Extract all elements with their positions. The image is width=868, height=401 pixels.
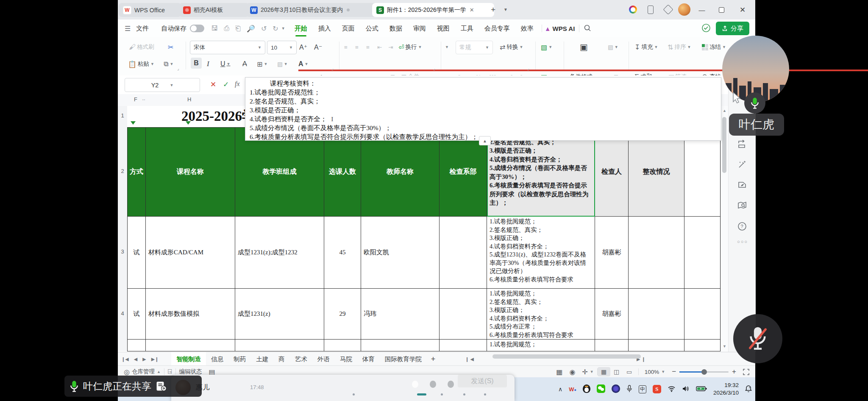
magic-wand-icon[interactable] bbox=[737, 159, 747, 170]
collapse-formula-popup-button[interactable]: ▲ bbox=[479, 136, 491, 145]
sheet-tab[interactable]: 制药 bbox=[228, 352, 251, 366]
cell-empty[interactable] bbox=[684, 217, 721, 289]
cell-way[interactable]: 试 bbox=[128, 289, 146, 340]
macro-record-icon[interactable]: ⍈ bbox=[168, 368, 172, 376]
borders-icon[interactable]: ⊞▼ bbox=[257, 58, 267, 70]
docer-leaf-icon[interactable] bbox=[737, 180, 747, 190]
to-desktop-icon[interactable] bbox=[737, 139, 747, 149]
horizontal-scroll-thumb[interactable] bbox=[492, 354, 641, 359]
export-pdf-icon[interactable]: ⎙ bbox=[224, 25, 229, 32]
confirm-entry-icon[interactable]: ✓ bbox=[223, 80, 229, 89]
cell-dept[interactable] bbox=[440, 217, 487, 289]
cancel-entry-icon[interactable]: ✕ bbox=[210, 80, 216, 89]
row-number-2[interactable]: 2 bbox=[118, 168, 127, 174]
sheet-tab[interactable]: 体育 bbox=[357, 352, 380, 366]
prev-sheet-icon[interactable]: ◀ bbox=[134, 356, 137, 362]
print-icon[interactable]: ⎗ bbox=[235, 25, 241, 32]
share-doc-icon[interactable] bbox=[156, 381, 167, 392]
cell-classes[interactable]: 成型1231(z);成型1232 bbox=[235, 217, 324, 289]
restore-button[interactable] bbox=[712, 0, 731, 19]
cell-empty[interactable] bbox=[684, 289, 721, 340]
map-search-icon[interactable] bbox=[737, 200, 747, 210]
indent-increase-icon[interactable]: ⇥ bbox=[388, 41, 393, 53]
close-window-button[interactable]: ✕ bbox=[733, 0, 752, 19]
cell-notes-next-row[interactable]: 1.试卷批阅规范； bbox=[487, 340, 595, 351]
menu-formula[interactable]: 公式 bbox=[366, 25, 378, 33]
strikethrough-button[interactable]: A bbox=[242, 58, 247, 70]
number-format-select[interactable]: 常规▼ bbox=[456, 41, 493, 54]
table-tools-icon[interactable]: ▦ bbox=[556, 368, 562, 376]
cell-count[interactable]: 29 bbox=[324, 289, 361, 340]
theme-ring-icon[interactable] bbox=[629, 6, 637, 14]
speaker-icon[interactable] bbox=[682, 385, 690, 393]
local-mic-muted-button[interactable] bbox=[733, 314, 782, 363]
hscroll-left-icon[interactable]: ❙ ◀ bbox=[465, 356, 474, 362]
namebox-chevron-icon[interactable]: ▼ bbox=[170, 83, 173, 87]
cell-inspector[interactable]: 胡嘉彬 bbox=[595, 217, 629, 289]
page-dot[interactable] bbox=[430, 381, 436, 388]
overflow-chevron-icon[interactable]: ▼ bbox=[445, 41, 449, 53]
wrap-text-button[interactable]: ⏎换行▼ bbox=[398, 41, 422, 53]
menu-data[interactable]: 数据 bbox=[389, 25, 402, 33]
share-button[interactable]: 分享 bbox=[716, 22, 749, 35]
cell-teacher[interactable]: 欧阳文凯 bbox=[361, 217, 440, 289]
align-top-icon[interactable]: ≡ bbox=[344, 41, 348, 53]
row-number-3[interactable]: 3 bbox=[118, 248, 127, 255]
font-name-select[interactable]: 宋体▼ bbox=[190, 41, 265, 54]
cell-rectify[interactable] bbox=[629, 217, 684, 289]
menu-insert[interactable]: 插入 bbox=[318, 25, 331, 33]
tab-wps-office[interactable]: W WPS Office bbox=[119, 3, 181, 17]
menu-home[interactable]: 开始 bbox=[295, 25, 307, 33]
tab-excel-active[interactable]: S 附件1：2025-2026学年第一学 ✕ bbox=[372, 3, 494, 17]
cell-dept[interactable] bbox=[440, 289, 487, 340]
bold-button[interactable]: B bbox=[191, 58, 202, 69]
first-sheet-icon[interactable]: ❙◀ bbox=[121, 356, 129, 362]
align-dialog-launcher[interactable]: ⌟ bbox=[433, 66, 435, 71]
sheet-tab[interactable]: 马院 bbox=[335, 352, 357, 366]
copy-icon[interactable]: ⧉▼ bbox=[164, 58, 173, 70]
zoom-out-button[interactable]: − bbox=[672, 368, 676, 376]
app-tray-icon[interactable] bbox=[612, 384, 620, 394]
qq-tray-icon[interactable] bbox=[583, 384, 590, 394]
name-box[interactable]: Y2 ▼ bbox=[125, 78, 200, 92]
undo-icon[interactable]: ↺ bbox=[261, 25, 267, 33]
fx-icon[interactable]: fx bbox=[235, 80, 240, 88]
send-button-disabled[interactable]: 发送(S) bbox=[458, 375, 507, 387]
close-tab-icon[interactable]: ✕ bbox=[470, 7, 474, 13]
more-tools-icon[interactable]: ○○○ bbox=[737, 239, 747, 249]
wechat-tray-icon[interactable] bbox=[597, 384, 605, 394]
spreadsheet-table[interactable]: 方式 课程名称 教学班组成 选课人数 教师名称 检查系部 1.试卷批阅是否规范性… bbox=[127, 127, 721, 351]
mic-tray-icon[interactable] bbox=[626, 385, 632, 394]
number-dialog-launcher[interactable]: ⌟ bbox=[527, 66, 529, 71]
sheet-tab[interactable]: 商 bbox=[273, 352, 290, 366]
help-icon[interactable]: ? bbox=[737, 221, 747, 231]
format-painter-button[interactable]: 🖌格式刷 bbox=[129, 41, 154, 53]
font-enlarge-button[interactable]: A⁺ bbox=[299, 41, 307, 53]
cell-notes[interactable]: 1.试卷批阅规范； 2.签名规范、真实； 3.模版正确； 4.试卷归档资料齐全；… bbox=[487, 217, 595, 289]
sheet-tab-active[interactable]: 智能制造 bbox=[171, 352, 206, 366]
hamburger-icon[interactable]: ☰ bbox=[125, 25, 131, 33]
add-sheet-button[interactable]: + bbox=[431, 355, 436, 364]
header-course[interactable]: 课程名称 bbox=[146, 128, 235, 217]
autofilter-icon[interactable] bbox=[186, 121, 191, 125]
menu-page[interactable]: 页面 bbox=[342, 25, 355, 33]
page-dot[interactable] bbox=[448, 381, 454, 388]
menu-file[interactable]: 文件 bbox=[136, 25, 149, 33]
move-tool-icon[interactable]: ✛▼ bbox=[582, 368, 593, 376]
page-layout-view-button[interactable]: ▭ bbox=[623, 367, 636, 376]
row-headers[interactable]: 1 2 3 4 bbox=[118, 106, 128, 351]
normal-view-button[interactable]: ▦ bbox=[598, 367, 610, 376]
font-shrink-button[interactable]: A⁻ bbox=[314, 41, 322, 53]
header-way[interactable]: 方式 bbox=[128, 128, 146, 217]
hidden-icons-chevron[interactable]: ∧ bbox=[558, 386, 562, 393]
clock[interactable]: 19:32 2026/3/10 bbox=[713, 382, 739, 396]
cut-icon[interactable]: ✂ bbox=[168, 41, 173, 53]
clipboard-dialog-launcher[interactable]: ⌟ bbox=[177, 66, 179, 71]
redo-icon[interactable]: ↻ bbox=[273, 25, 278, 33]
battery-icon[interactable] bbox=[696, 386, 707, 393]
print-preview-icon[interactable]: 🔎 bbox=[247, 25, 255, 33]
cell-course[interactable]: 材料成形数值模拟 bbox=[146, 289, 235, 340]
notification-bell-icon[interactable]: z bbox=[745, 385, 752, 394]
cell-count[interactable]: 45 bbox=[324, 217, 361, 289]
page-dot-active[interactable] bbox=[412, 381, 418, 388]
